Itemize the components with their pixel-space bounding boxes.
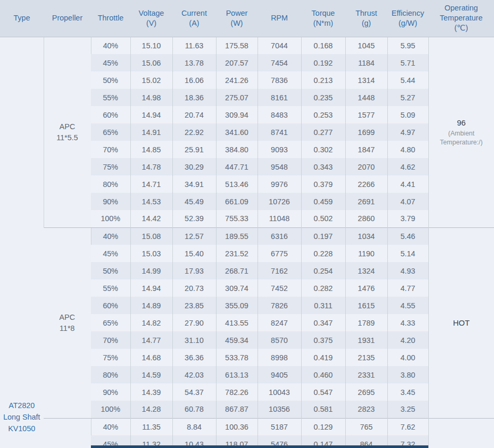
cell-current: 22.92 (172, 123, 216, 141)
cell-efficiency: 4.77 (387, 279, 428, 297)
cell-power: 355.09 (216, 297, 258, 314)
cell-power: 755.33 (216, 210, 258, 227)
cell-thrust: 1699 (345, 123, 387, 141)
column-header-rpm: RPM (258, 0, 301, 37)
cell-torque: 0.228 (301, 245, 345, 262)
cell-thrust: 1847 (345, 141, 387, 158)
cell-efficiency: 4.20 (387, 331, 428, 349)
cell-power: 513.46 (216, 175, 258, 193)
cell-thrust: 2135 (345, 349, 387, 366)
cell-efficiency: 4.97 (387, 123, 428, 141)
cell-voltage: 11.35 (130, 418, 172, 435)
cell-efficiency: 5.44 (387, 71, 428, 89)
cell-rpm: 7826 (258, 297, 301, 314)
table-bottom-bar (91, 445, 428, 448)
cell-thrust: 1045 (345, 37, 387, 54)
cell-throttle: 100% (91, 210, 130, 227)
cell-voltage: 15.06 (130, 54, 172, 71)
cell-efficiency: 3.80 (387, 366, 428, 383)
cell-voltage: 14.98 (130, 89, 172, 106)
cell-throttle: 80% (91, 175, 130, 193)
cell-power: 413.55 (216, 314, 258, 331)
cell-torque: 0.253 (301, 106, 345, 123)
cell-throttle: 60% (91, 297, 130, 314)
cell-rpm: 11048 (258, 210, 301, 227)
cell-throttle: 45% (91, 54, 130, 71)
cell-efficiency: 4.41 (387, 175, 428, 193)
cell-current: 25.91 (172, 141, 216, 158)
cell-power: 189.55 (216, 227, 258, 245)
cell-current: 20.74 (172, 106, 216, 123)
cell-voltage: 14.91 (130, 123, 172, 141)
cell-thrust: 2691 (345, 193, 387, 210)
cell-thrust: 765 (345, 418, 387, 435)
cell-voltage: 15.02 (130, 71, 172, 89)
cell-voltage: 14.77 (130, 331, 172, 349)
cell-torque: 0.302 (301, 141, 345, 158)
cell-torque: 0.254 (301, 262, 345, 279)
cell-torque: 0.460 (301, 366, 345, 383)
cell-power: 175.58 (216, 37, 258, 54)
cell-torque: 0.502 (301, 210, 345, 227)
cell-power: 241.26 (216, 71, 258, 89)
cell-thrust: 1034 (345, 227, 387, 245)
cell-power: 231.52 (216, 245, 258, 262)
cell-current: 34.91 (172, 175, 216, 193)
cell-current: 20.73 (172, 279, 216, 297)
cell-efficiency: 5.71 (387, 54, 428, 71)
cell-power: 309.94 (216, 106, 258, 123)
cell-efficiency: 3.25 (387, 401, 428, 418)
temperature-value: HOT (429, 318, 494, 328)
cell-rpm: 10043 (258, 383, 301, 401)
cell-torque: 0.343 (301, 158, 345, 175)
cell-throttle: 40% (91, 418, 130, 435)
cell-operating-temperature: 96(Ambient Temperature:/) (428, 37, 494, 227)
cell-current: 23.85 (172, 297, 216, 314)
table-row: 40%11.358.84100.3651870.1297657.62 (0, 418, 494, 435)
cell-voltage: 14.94 (130, 279, 172, 297)
cell-thrust: 1184 (345, 54, 387, 71)
cell-torque: 0.419 (301, 349, 345, 366)
column-header-efficiency: Efficiency (g/W) (387, 0, 428, 37)
cell-thrust: 1324 (345, 262, 387, 279)
cell-rpm: 9093 (258, 141, 301, 158)
column-header-current: Current (A) (172, 0, 216, 37)
cell-power: 661.09 (216, 193, 258, 210)
cell-voltage: 14.42 (130, 210, 172, 227)
cell-thrust: 1577 (345, 106, 387, 123)
cell-rpm: 9405 (258, 366, 301, 383)
cell-power: 268.71 (216, 262, 258, 279)
cell-throttle: 40% (91, 37, 130, 54)
cell-torque: 0.192 (301, 54, 345, 71)
header-row: TypePropellerThrottleVoltage (V)Current … (0, 0, 494, 37)
cell-voltage: 14.39 (130, 383, 172, 401)
cell-operating-temperature: HOT (428, 227, 494, 418)
cell-efficiency: 4.80 (387, 141, 428, 158)
cell-rpm: 8161 (258, 89, 301, 106)
cell-current: 30.29 (172, 158, 216, 175)
cell-rpm: 8998 (258, 349, 301, 366)
cell-current: 31.10 (172, 331, 216, 349)
column-header-type: Type (0, 0, 44, 37)
cell-current: 45.49 (172, 193, 216, 210)
cell-throttle: 70% (91, 331, 130, 349)
column-header-propeller: Propeller (44, 0, 91, 37)
cell-thrust: 1448 (345, 89, 387, 106)
cell-throttle: 90% (91, 383, 130, 401)
cell-thrust: 1476 (345, 279, 387, 297)
cell-power: 207.57 (216, 54, 258, 71)
cell-rpm: 8570 (258, 331, 301, 349)
cell-rpm: 6316 (258, 227, 301, 245)
cell-torque: 0.379 (301, 175, 345, 193)
cell-efficiency: 4.62 (387, 158, 428, 175)
temperature-note: (Ambient Temperature:/) (429, 129, 494, 147)
cell-current: 54.37 (172, 383, 216, 401)
cell-efficiency: 5.14 (387, 245, 428, 262)
cell-efficiency: 4.00 (387, 349, 428, 366)
cell-torque: 0.197 (301, 227, 345, 245)
cell-current: 36.36 (172, 349, 216, 366)
cell-power: 613.13 (216, 366, 258, 383)
cell-thrust: 2070 (345, 158, 387, 175)
propeller-label: APC 11*5.5 (44, 121, 91, 143)
cell-throttle: 40% (91, 227, 130, 245)
